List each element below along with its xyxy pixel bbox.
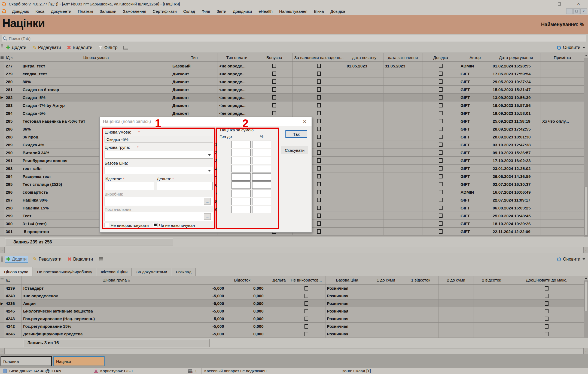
checkbox[interactable]: [439, 190, 443, 194]
table-row[interactable]: ▶282Скидка -5%Дисконт<не опреде...GIFT13…: [0, 94, 584, 101]
menu-5[interactable]: Залишки: [96, 8, 120, 14]
menu-8[interactable]: Склад: [180, 8, 198, 14]
price-group-select[interactable]: [105, 151, 213, 159]
refresh-group-button[interactable]: Оновити: [557, 257, 585, 262]
column-header[interactable]: За валовими накладенн...: [293, 53, 345, 61]
column-header[interactable]: Довідка: [422, 53, 459, 61]
not-use-checkbox[interactable]: [105, 223, 109, 227]
column-header[interactable]: Примітка: [541, 53, 584, 61]
checkbox[interactable]: [439, 174, 443, 178]
checkbox[interactable]: [317, 87, 321, 92]
checkbox[interactable]: [317, 127, 321, 131]
sum-percent-field[interactable]: [252, 157, 271, 164]
checkbox[interactable]: [439, 119, 443, 123]
checkbox[interactable]: [439, 95, 443, 100]
sum-percent-field[interactable]: [252, 198, 271, 205]
table-row[interactable]: ▶4236Акции-5,0000,000Розничная: [0, 300, 584, 307]
top-hscrollbar[interactable]: ‹ ›: [0, 247, 588, 253]
checkbox[interactable]: [439, 111, 443, 115]
checkbox[interactable]: [272, 64, 276, 68]
checkbox[interactable]: [439, 198, 443, 202]
menu-2[interactable]: Каса: [32, 8, 48, 14]
refresh-caret-icon[interactable]: [583, 47, 585, 48]
scroll-left-icon[interactable]: ‹: [0, 348, 4, 354]
checkbox[interactable]: [304, 317, 308, 321]
menu-12[interactable]: eHealth: [255, 8, 276, 14]
add-group-button[interactable]: ✚Додати: [5, 256, 28, 263]
checkbox[interactable]: [317, 166, 321, 171]
tab-3[interactable]: Фіксовані ціни: [97, 268, 132, 276]
column-header[interactable]: Не використов...: [287, 276, 325, 284]
column-header[interactable]: Цінова група△: [22, 276, 211, 284]
checkbox[interactable]: [439, 221, 443, 226]
window-tab-1[interactable]: Головна: [1, 356, 52, 366]
sum-amount-field[interactable]: [231, 173, 251, 181]
checkbox[interactable]: [317, 119, 321, 123]
checkbox[interactable]: [439, 64, 443, 68]
checkbox[interactable]: [439, 72, 443, 76]
ok-button[interactable]: Так: [285, 130, 307, 138]
sum-percent-field[interactable]: [252, 173, 271, 181]
window-tab-2[interactable]: Націнки: [53, 356, 105, 366]
column-header[interactable]: дата початку: [345, 53, 383, 61]
menu-15[interactable]: Довідка: [327, 8, 348, 14]
checkbox[interactable]: [317, 229, 321, 234]
checkbox[interactable]: [317, 103, 321, 107]
column-header[interactable]: ІД: [4, 276, 22, 284]
column-header[interactable]: Дата редагування: [491, 53, 541, 61]
column-header[interactable]: Цінова умова: [21, 53, 171, 61]
table-row[interactable]: 4243Гос.регулирование (Нац. перечень)-5,…: [0, 315, 584, 323]
sum-amount-field[interactable]: [231, 181, 251, 189]
columns-button[interactable]: [122, 45, 129, 50]
checkbox[interactable]: [304, 301, 308, 306]
menu-7[interactable]: Сертифікати: [150, 8, 180, 14]
sum-percent-field[interactable]: [252, 190, 271, 197]
sum-percent-field[interactable]: [252, 181, 271, 189]
menu-3[interactable]: Документи: [48, 8, 75, 14]
minimize-icon[interactable]: —: [531, 0, 550, 7]
price-groups-vscrollbar[interactable]: [584, 276, 588, 348]
table-row[interactable]: 4246Дезинфицирующие средства-5,0000,000Р…: [0, 330, 584, 338]
edit-button[interactable]: ✎Редагувати: [31, 44, 62, 51]
column-header[interactable]: Дооцінювати до макс.: [509, 276, 584, 284]
checkbox[interactable]: [317, 158, 321, 163]
column-header[interactable]: 2 відсоток: [474, 276, 509, 284]
column-header[interactable]: 1 відсоток: [403, 276, 438, 284]
column-header[interactable]: Дельта: [252, 276, 287, 284]
add-button[interactable]: ✚Додати: [5, 44, 28, 51]
checkbox[interactable]: [304, 294, 308, 298]
table-row[interactable]: 4245Биологически активные вещества-5,000…: [0, 307, 584, 315]
percent-field[interactable]: [105, 182, 154, 190]
sum-percent-field[interactable]: [252, 141, 271, 148]
sum-amount-field[interactable]: [231, 206, 251, 213]
checkbox[interactable]: [317, 174, 321, 178]
menu-1[interactable]: Довідник: [9, 8, 32, 14]
sum-amount-field[interactable]: [231, 141, 251, 148]
checkbox[interactable]: [272, 87, 276, 92]
checkbox[interactable]: [272, 72, 276, 76]
checkbox[interactable]: [439, 143, 443, 147]
refresh-button[interactable]: Оновити: [557, 45, 585, 50]
checkbox[interactable]: [272, 95, 276, 100]
price-condition-field[interactable]: Скидка -5%: [105, 136, 213, 143]
sum-percent-field[interactable]: [252, 165, 271, 172]
sum-percent-field[interactable]: [252, 149, 271, 156]
checkbox[interactable]: [439, 150, 443, 155]
checkbox[interactable]: [545, 324, 549, 329]
refresh-caret-icon[interactable]: [583, 258, 585, 260]
column-header[interactable]: Тип оплати: [218, 53, 256, 61]
bottom-hscrollbar[interactable]: ‹ ›: [0, 348, 588, 354]
checkbox[interactable]: [317, 206, 321, 210]
checkbox[interactable]: [317, 135, 321, 139]
column-header[interactable]: Відсоток: [211, 276, 252, 284]
edit-group-button[interactable]: ✎Редагувати: [32, 256, 63, 262]
column-header[interactable]: ІД△: [4, 53, 21, 61]
checkbox[interactable]: [545, 294, 549, 298]
mdi-minimize-icon[interactable]: _: [566, 8, 573, 14]
table-row[interactable]: 4240<не определено>-5,0000,000Розничная: [0, 292, 584, 300]
sum-amount-field[interactable]: [231, 165, 251, 172]
delete-group-button[interactable]: ✖Видалити: [66, 256, 94, 262]
restore-icon[interactable]: [550, 0, 569, 7]
search-input[interactable]: Поиск (Tab): [2, 35, 586, 42]
checkbox[interactable]: [317, 111, 321, 115]
